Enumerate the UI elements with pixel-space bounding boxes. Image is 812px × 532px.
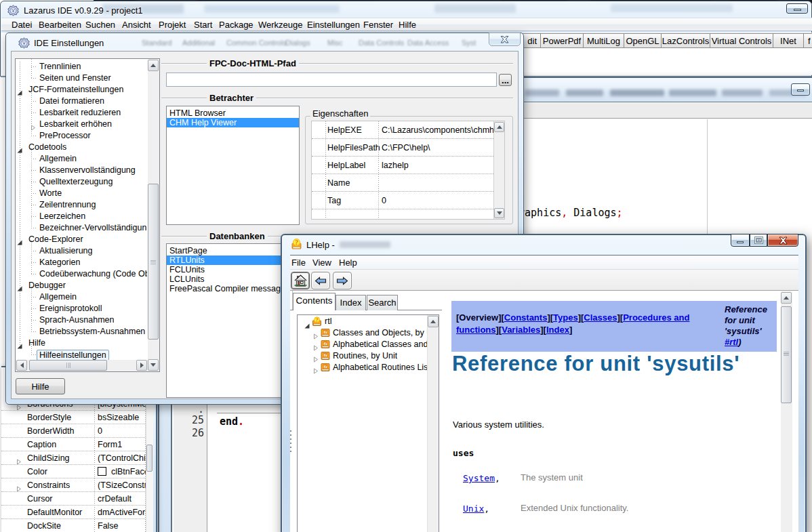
menu-einstellungen[interactable]: Einstellungen [307,20,360,30]
lhelp-tree-scrollbar[interactable] [427,315,439,532]
tree-item[interactable]: Lesbarkeit reduzieren [39,108,121,117]
tab-index[interactable]: Index [336,295,366,310]
lhelp-tree-item[interactable]: Alphabetical Classes and Objects List [333,340,427,349]
tree-item[interactable]: Klassenvervollständigung [39,165,136,175]
menu-start[interactable]: Start [194,20,212,30]
tree-collapsed-icon[interactable] [313,342,319,354]
back-button[interactable] [311,272,330,289]
nav-link[interactable]: Types [553,312,578,323]
menu-bearbeiten[interactable]: Bearbeiten [39,20,81,30]
lhelp-content-scrollbar[interactable] [781,291,792,532]
property-row[interactable]: HelpEXE C:\Lazarus\components\chmhe [312,121,504,139]
tree-expanded-icon[interactable] [16,340,23,352]
dialog-close-button[interactable] [489,33,521,46]
tree-item[interactable]: Datei formatieren [39,96,104,106]
menu-werkzeuge[interactable]: Werkzeuge [258,20,303,30]
palette-tab[interactable]: INet [773,34,804,47]
oi-row[interactable]: DefaultMonitor dmActiveForm [1,506,150,519]
scroll-up-button[interactable] [428,316,439,327]
tree-item[interactable]: PreProcessor [39,131,91,140]
property-row[interactable]: Tag 0 [312,192,504,209]
tree-item[interactable]: Ereignisprotokoll [39,304,102,313]
property-row[interactable]: HelpLabel lazhelp [312,157,504,174]
tree-item[interactable]: Bezeichner-Vervollständigun [39,223,146,232]
menu-hilfe[interactable]: Hilfe [399,20,416,30]
viewers-item-selected[interactable]: CHM Help Viewer [167,118,299,127]
home-button[interactable] [291,272,310,289]
scroll-up-button[interactable] [148,60,159,71]
splitter-handle[interactable] [290,430,291,452]
menu-ansicht[interactable]: Ansicht [122,20,151,30]
tree-expanded-icon[interactable] [16,87,23,99]
tree-hscroll-thumb[interactable] [29,360,107,371]
menu-fenster[interactable]: Fenster [363,20,393,30]
tree-item[interactable]: Code-Explorer [28,234,83,244]
tab-search[interactable]: Search [367,295,398,310]
scroll-right-button[interactable] [136,360,147,371]
oi-column-separator[interactable] [94,397,95,532]
tree-item[interactable]: Aktualisierung [39,246,93,255]
oi-row[interactable]: BorderWidth 0 [1,424,150,438]
oi-row[interactable]: Color clBtnFace [1,465,150,478]
tree-expanded-icon[interactable] [304,320,310,332]
tree-item[interactable]: Leerzeichen [39,211,85,221]
tree-item[interactable]: Allgemein [39,154,77,163]
oi-row[interactable]: BorderStyle bsSizeable [1,411,150,424]
tree-collapsed-icon[interactable] [31,121,36,134]
tree-item[interactable]: Codetools [28,142,66,152]
palette-tab[interactable]: LazControls [662,34,710,47]
nav-link[interactable]: Index [546,325,569,335]
tree-collapsed-icon[interactable] [313,330,319,342]
property-row[interactable]: Name [312,174,504,192]
tree-item[interactable]: Kategorien [39,258,80,267]
help-button[interactable]: Hilfe [16,378,65,394]
tab-contents[interactable]: Contents [293,293,336,310]
tree-item[interactable]: Seiten und Fenster [39,73,111,83]
tree-item[interactable]: Lesbarkeit erhöhen [39,119,112,129]
lhelp-tree-root[interactable]: rtl [325,316,331,326]
tree-item[interactable]: Worte [39,188,62,198]
menu-package[interactable]: Package [219,20,253,30]
forward-button[interactable] [333,272,352,289]
menu-datei[interactable]: Datei [12,20,32,30]
tree-collapsed-icon[interactable] [313,365,319,377]
lhelp-maximize-button[interactable] [750,234,767,247]
tree-item[interactable]: Betriebssystem-Ausnahmen [39,327,145,336]
nav-link[interactable]: Variables [502,325,540,335]
editor-minimize-button[interactable] [791,83,810,96]
tree-hscrollbar[interactable] [16,360,148,371]
menu-suchen[interactable]: Suchen [85,20,115,30]
pgrid-scrollbar[interactable] [493,121,504,219]
fpc-browse-button[interactable]: ... [499,74,512,86]
main-minimize-button[interactable] [786,3,808,14]
tree-item[interactable]: Debugger [28,281,66,290]
tree-item[interactable]: Trennlinien [39,62,81,71]
lhelp-menu-help[interactable]: Help [339,258,357,268]
tree-vscroll-thumb[interactable] [148,184,159,340]
oi-row[interactable]: DockSite False [1,519,150,532]
tree-item[interactable]: JCF-Formateinstellungen [28,85,123,94]
palette-tab[interactable]: OpenGL [624,34,662,47]
tree-expanded-icon[interactable] [16,144,23,157]
property-row[interactable]: HelpFilesPath C:\FPC\help\ [312,139,504,157]
lhelp-minimize-button[interactable] [731,234,750,247]
scroll-down-button[interactable] [148,359,159,371]
scroll-down-button[interactable] [494,208,504,218]
tree-expanded-icon[interactable] [16,237,23,249]
tree-expanded-icon[interactable] [16,283,23,295]
scroll-left-button[interactable] [16,360,27,371]
scroll-up-button[interactable] [781,292,792,304]
ref-rtl-link[interactable]: #rtl [725,337,738,347]
lhelp-tree-item[interactable]: Routines, by Unit [333,351,397,361]
nav-link[interactable]: Constants [504,312,548,323]
content-scroll-thumb[interactable] [781,306,792,403]
oi-scrollbar-thumb[interactable] [146,445,153,472]
scroll-up-button[interactable] [494,122,504,132]
oi-row[interactable]: ChildSizing (TControlChil [1,451,150,465]
lhelp-tree-item[interactable]: Alphabetical Routines List [333,363,427,372]
lhelp-menu-view[interactable]: View [312,258,331,268]
lhelp-close-button[interactable] [767,234,798,247]
lhelp-tree-item[interactable]: Classes and Objects, by Unit [333,328,427,337]
tree-item[interactable]: Quelltexterzeugung [39,177,113,186]
tree-collapsed-icon[interactable] [313,353,319,365]
